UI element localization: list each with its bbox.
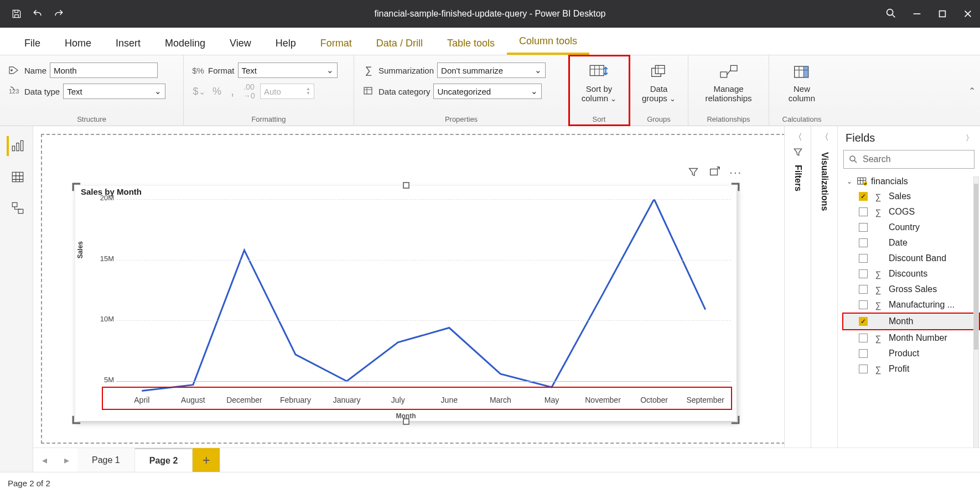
tab-file[interactable]: File: [12, 32, 53, 55]
chevron-left-icon[interactable]: 〈: [794, 132, 802, 143]
table-node-financials[interactable]: ⌄ financials: [843, 174, 980, 189]
x-axis-highlight: [102, 387, 732, 410]
ribbon-collapse-button[interactable]: ⌃: [968, 85, 976, 96]
checkbox[interactable]: [859, 300, 868, 309]
checkbox[interactable]: ✓: [859, 192, 868, 201]
close-button[interactable]: [962, 8, 973, 19]
tab-home[interactable]: Home: [53, 32, 103, 55]
search-icon[interactable]: [885, 7, 897, 21]
visualizations-pane[interactable]: 〈 Visualizations: [811, 126, 837, 472]
chevron-left-icon[interactable]: 〈: [820, 132, 829, 143]
filter-icon[interactable]: [687, 166, 699, 180]
chevron-right-icon[interactable]: 〉: [966, 133, 973, 143]
field-month-number[interactable]: ∑Month Number: [843, 330, 980, 346]
tab-modeling[interactable]: Modeling: [153, 32, 217, 55]
page-tab-2[interactable]: Page 2: [135, 448, 193, 472]
field-discounts[interactable]: ∑Discounts: [843, 266, 980, 282]
focus-mode-icon[interactable]: [708, 166, 720, 180]
sigma-icon: ∑: [873, 192, 883, 201]
decimal-places-input[interactable]: Auto▲▼: [260, 84, 314, 99]
field-product[interactable]: Product: [843, 346, 980, 361]
add-page-button[interactable]: +: [193, 448, 220, 472]
field-month[interactable]: ✓Month: [842, 313, 980, 330]
svg-rect-11: [803, 66, 808, 77]
field-discount-band[interactable]: Discount Band: [843, 251, 980, 266]
sort-by-column-button[interactable]: Sort bycolumn ⌄: [577, 60, 621, 103]
filters-pane-toggle-icon[interactable]: [792, 147, 803, 159]
sigma-icon: ∑: [873, 207, 883, 217]
model-view-button[interactable]: [7, 198, 27, 218]
svg-rect-8: [720, 72, 727, 77]
decimal-icon[interactable]: .00→0: [241, 82, 257, 100]
field-date[interactable]: Date: [843, 235, 980, 251]
svg-rect-9: [730, 65, 737, 71]
window-title: financial-sample-finished-update-query -…: [375, 9, 606, 19]
group-calculations-label: Calculations: [777, 115, 827, 124]
field-manufacturing-[interactable]: ∑Manufacturing ...: [843, 297, 980, 313]
name-input[interactable]: Month: [50, 63, 158, 78]
new-column-button[interactable]: Newcolumn: [780, 60, 823, 103]
percent-button[interactable]: %: [210, 86, 224, 97]
group-structure-label: Structure: [8, 115, 175, 124]
page-tab-1[interactable]: Page 1: [77, 448, 135, 472]
fields-search-input[interactable]: Search: [843, 150, 974, 169]
checkbox[interactable]: [859, 349, 868, 358]
more-options-icon[interactable]: ···: [729, 166, 742, 180]
chevron-down-icon[interactable]: ⌄: [846, 178, 853, 185]
tab-view[interactable]: View: [217, 32, 263, 55]
tab-data-drill[interactable]: Data / Drill: [364, 32, 435, 55]
checkbox[interactable]: [859, 334, 868, 342]
page-tabs: ◂ ▸ Page 1 Page 2 +: [33, 448, 980, 472]
checkbox[interactable]: ✓: [859, 317, 868, 326]
checkbox[interactable]: [859, 254, 868, 263]
field-label: Month Number: [889, 333, 947, 343]
svg-rect-7: [655, 65, 665, 74]
field-label: Sales: [889, 191, 911, 201]
category-select[interactable]: Uncategorized⌄: [433, 84, 542, 99]
fields-scrollbar[interactable]: [973, 176, 979, 469]
redo-icon[interactable]: [52, 7, 65, 20]
report-view-button[interactable]: [7, 136, 27, 156]
summarization-select[interactable]: Don't summarize⌄: [437, 63, 546, 78]
datatype-select[interactable]: Text⌄: [63, 84, 165, 99]
minimize-button[interactable]: [911, 8, 922, 19]
fields-pane: Fields 〉 Search ⌄ financials ✓∑Sales∑COG…: [837, 126, 980, 472]
save-icon[interactable]: [10, 7, 23, 20]
sigma-icon: ∑: [362, 64, 375, 77]
data-view-button[interactable]: [7, 167, 27, 187]
checkbox[interactable]: [859, 269, 868, 278]
checkbox[interactable]: [859, 365, 868, 373]
checkbox[interactable]: [859, 207, 868, 216]
format-select[interactable]: Text⌄: [238, 63, 338, 78]
tab-format[interactable]: Format: [308, 32, 364, 55]
checkbox[interactable]: [859, 223, 868, 232]
tab-table-tools[interactable]: Table tools: [435, 32, 507, 55]
svg-rect-12: [12, 146, 14, 151]
comma-button[interactable]: ,: [227, 84, 238, 98]
next-page-button[interactable]: ▸: [55, 448, 77, 472]
visualizations-pane-label: Visualizations: [820, 152, 829, 211]
field-gross-sales[interactable]: ∑Gross Sales: [843, 282, 980, 297]
checkbox[interactable]: [859, 238, 868, 247]
filters-pane[interactable]: 〈 Filters: [784, 126, 811, 472]
maximize-button[interactable]: [937, 8, 948, 19]
field-cogs[interactable]: ∑COGS: [843, 204, 980, 220]
field-sales[interactable]: ✓∑Sales: [843, 189, 980, 204]
manage-relationships-button[interactable]: Managerelationships: [701, 60, 756, 103]
field-profit[interactable]: ∑Profit: [843, 361, 980, 377]
prev-page-button[interactable]: ◂: [33, 448, 55, 472]
tab-help[interactable]: Help: [263, 32, 308, 55]
field-country[interactable]: Country: [843, 220, 980, 235]
line-chart-visual[interactable]: ··· Sales by Month Sales 5M10M15M20M Apr…: [75, 186, 737, 421]
page-outline: ··· Sales by Month Sales 5M10M15M20M Apr…: [41, 134, 784, 444]
tab-insert[interactable]: Insert: [103, 32, 153, 55]
sigma-icon: ∑: [873, 300, 883, 310]
undo-icon[interactable]: [31, 7, 44, 20]
checkbox[interactable]: [859, 285, 868, 294]
tab-column-tools[interactable]: Column tools: [507, 30, 589, 55]
report-canvas[interactable]: ··· Sales by Month Sales 5M10M15M20M Apr…: [33, 126, 784, 472]
datatype-label: Data type: [24, 87, 60, 96]
sigma-icon: ∑: [873, 269, 883, 279]
currency-button[interactable]: $⌄: [191, 86, 207, 97]
data-groups-button[interactable]: Datagroups ⌄: [637, 60, 681, 103]
